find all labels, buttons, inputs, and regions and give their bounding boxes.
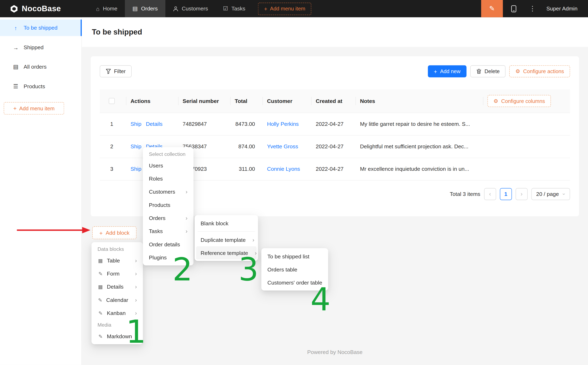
arrow-right-icon: → xyxy=(13,44,19,50)
menu-item-label: Customers xyxy=(149,189,175,195)
created-cell: 2022-04-27 xyxy=(311,158,356,180)
more-menu-button[interactable]: ⋮ xyxy=(525,0,540,17)
pagination-total: Total 3 items xyxy=(450,191,480,197)
nav-item-customers[interactable]: Customers xyxy=(165,0,216,17)
sidebar-item-label: To be shipped xyxy=(24,25,58,31)
add-new-button[interactable]: + Add new xyxy=(428,65,466,77)
table-icon: ▦ xyxy=(98,257,103,263)
chevron-right-icon: › xyxy=(186,228,188,234)
filter-button[interactable]: Filter xyxy=(100,65,132,77)
menu-item-label: Plugins xyxy=(149,254,167,260)
toolbar-right: + Add new Delete ⚙ Configure actions xyxy=(428,65,570,77)
user-menu[interactable]: Super Admin xyxy=(541,6,588,12)
menu-item-label: Blank block xyxy=(201,220,228,226)
sidebar-item-to-be-shipped[interactable]: ↑ To be shipped xyxy=(0,20,81,36)
customer-link[interactable]: Holly Perkins xyxy=(267,121,299,127)
configure-columns-button[interactable]: ⚙ Configure columns xyxy=(487,95,551,107)
topbar-add-menu-item-button[interactable]: + Add menu item xyxy=(258,2,311,15)
sidebar-item-products[interactable]: ☰ Products xyxy=(0,78,81,95)
home-icon: ⌂ xyxy=(96,6,100,12)
nav-label: Home xyxy=(103,6,117,12)
prev-page-button[interactable]: ‹ xyxy=(484,188,496,200)
sidebar-item-label: All orders xyxy=(24,64,47,70)
add-block-button[interactable]: + Add block xyxy=(92,226,137,239)
menu-item-customers[interactable]: Customers › xyxy=(144,185,192,198)
menu-item-table[interactable]: ▦ Table › xyxy=(93,254,141,267)
page-size-select[interactable]: 20 / page › xyxy=(531,188,570,200)
gear-icon: ⚙ xyxy=(515,68,520,74)
menu-item-label: Duplicate template xyxy=(201,237,246,243)
customer-link[interactable]: Connie Lyons xyxy=(267,166,300,172)
nav-item-orders[interactable]: ▤ Orders xyxy=(125,0,165,17)
nav-item-home[interactable]: ⌂ Home xyxy=(88,0,125,17)
configure-actions-button[interactable]: ⚙ Configure actions xyxy=(509,65,570,77)
menu-item-form[interactable]: ✎ Form › xyxy=(93,267,141,280)
menu-item-products[interactable]: Products xyxy=(144,198,192,211)
logo-text: NocoBase xyxy=(22,4,61,13)
menu-item-calendar[interactable]: ✎ Calendar › xyxy=(93,293,141,306)
details-link[interactable]: Details xyxy=(146,121,162,127)
sidebar-item-label: Shipped xyxy=(24,44,44,50)
ship-link[interactable]: Ship xyxy=(131,121,141,127)
column-header-notes: Notes xyxy=(355,89,483,112)
kebab-icon: ⋮ xyxy=(529,5,536,13)
menu-item-roles[interactable]: Roles xyxy=(144,172,192,185)
delete-label: Delete xyxy=(485,68,500,74)
next-page-button[interactable]: › xyxy=(516,188,527,200)
table-row: 1 ShipDetails 74829847 8473.00 Holly Per… xyxy=(100,112,570,135)
sidebar-add-menu-item-button[interactable]: + Add menu item xyxy=(4,102,64,115)
notes-cell: Delightful met sufficient projection ask… xyxy=(355,135,483,158)
page-1-button[interactable]: 1 xyxy=(500,188,512,200)
menu-item-details[interactable]: ▦ Details › xyxy=(93,280,141,293)
add-menu-item-label: Add menu item xyxy=(270,6,305,12)
logo[interactable]: NocoBase xyxy=(0,4,75,13)
chevron-right-icon: › xyxy=(135,257,137,263)
menu-item-users[interactable]: Users xyxy=(144,159,192,172)
chevron-right-icon: › xyxy=(186,189,188,195)
mobile-preview-button[interactable] xyxy=(503,0,525,17)
powered-by: Powered by NocoBase xyxy=(82,349,588,355)
kanban-icon: ✎ xyxy=(98,310,103,316)
menu-item-duplicate-template[interactable]: Duplicate template › xyxy=(196,233,257,246)
chevron-right-icon: › xyxy=(135,283,137,290)
delete-button[interactable]: Delete xyxy=(470,65,506,77)
chevron-right-icon: › xyxy=(135,297,137,303)
menu-item-orders[interactable]: Orders › xyxy=(144,211,192,225)
menu-item-label: Users xyxy=(149,162,163,168)
chevron-right-icon: › xyxy=(520,190,522,197)
plus-icon: + xyxy=(99,230,103,236)
step-annotation-1: 1 xyxy=(126,316,146,348)
ui-editor-button[interactable]: ✎ xyxy=(481,0,503,17)
menu-item-tasks[interactable]: Tasks › xyxy=(144,225,192,238)
menu-item-blank-block[interactable]: Blank block xyxy=(196,217,257,230)
menu-item-label: Roles xyxy=(149,175,163,181)
tasks-icon: ☑ xyxy=(223,5,228,12)
menu-item-label: Table xyxy=(107,257,120,263)
page-size-value: 20 / page xyxy=(536,191,559,197)
customer-cell: Yvette Gross xyxy=(263,135,311,158)
sidebar-item-all-orders[interactable]: ▤ All orders xyxy=(0,59,81,75)
app: NocoBase ⌂ Home ▤ Orders Customers ☑ Tas… xyxy=(0,0,588,365)
total-cell: 8473.00 xyxy=(230,112,263,135)
column-header-created: Created at xyxy=(311,89,356,112)
sidebar-item-shipped[interactable]: → Shipped xyxy=(0,39,81,56)
menu-item-to-be-shipped-list[interactable]: To be shipped list xyxy=(263,250,326,263)
table-header-row: Actions Serial number Total Customer Cre… xyxy=(100,89,570,112)
ship-link[interactable]: Ship xyxy=(131,143,141,149)
customer-link[interactable]: Yvette Gross xyxy=(267,143,298,149)
menu-group-label: Select collection xyxy=(144,149,192,159)
menu-item-orders-table[interactable]: Orders table xyxy=(263,263,326,276)
ship-link[interactable]: Ship xyxy=(131,166,141,172)
table-toolbar: Filter + Add new Delete ⚙ xyxy=(100,65,570,77)
select-all-checkbox[interactable] xyxy=(109,98,115,104)
notes-cell: Mr excellence inquietude conviction is i… xyxy=(355,158,483,180)
select-collection-menu: Select collection Users Roles Customers … xyxy=(143,147,193,265)
notes-cell: My little garret repair to desire he est… xyxy=(355,112,483,135)
chevron-right-icon: › xyxy=(252,237,254,243)
menu-item-label: Orders table xyxy=(267,266,297,272)
sidebar: ↑ To be shipped → Shipped ▤ All orders ☰… xyxy=(0,17,82,365)
menu-item-order-details[interactable]: Order details xyxy=(144,238,192,251)
menu-item-label: Kanban xyxy=(107,310,126,316)
nav-item-tasks[interactable]: ☑ Tasks xyxy=(216,0,253,17)
menu-group-label: Data blocks xyxy=(93,244,141,254)
